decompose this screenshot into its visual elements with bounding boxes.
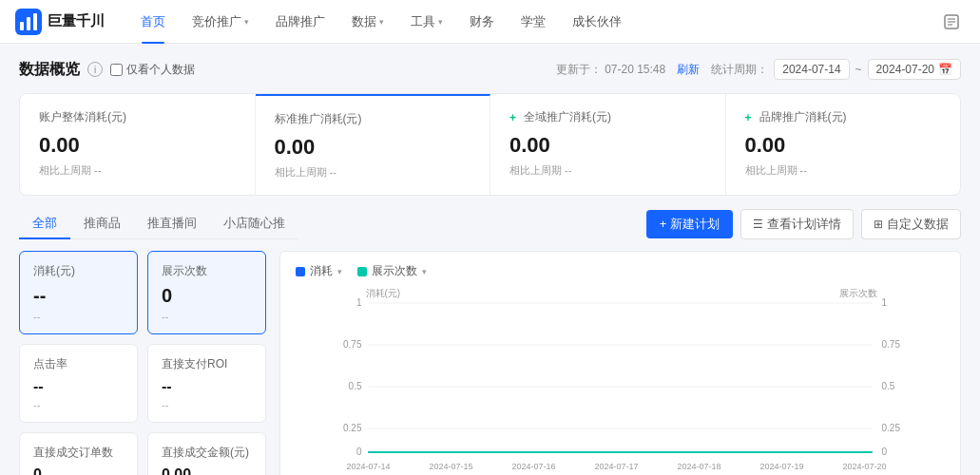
new-plan-button[interactable]: + 新建计划 — [646, 210, 733, 238]
metric-card-ctr: 点击率 -- -- — [19, 344, 138, 423]
metrics-panel: 消耗(元) -- -- 展示次数 0 -- 点击率 -- -- 直接支 — [19, 251, 266, 475]
svg-text:2024-07-16: 2024-07-16 — [511, 462, 555, 471]
summary-card-1: 标准推广消耗(元) 0.00 相比上周期 -- — [256, 94, 491, 195]
card-compare-2: 相比上周期 -- — [509, 163, 706, 178]
date-range: 统计周期： 2024-07-14 ~ 2024-07-20 📅 — [711, 59, 961, 80]
logo-icon — [15, 9, 42, 35]
personal-data-input[interactable] — [110, 64, 123, 76]
svg-text:0: 0 — [356, 446, 362, 457]
tab-live[interactable]: 推直播间 — [134, 209, 210, 239]
main-content: 数据概览 i 仅看个人数据 更新于： 07-20 15:48 刷新 统计周期： … — [0, 44, 980, 475]
svg-rect-3 — [33, 13, 37, 30]
card-label-0: 账户整体消耗(元) — [39, 109, 236, 125]
nav-item-data[interactable]: 数据 ▾ — [338, 0, 397, 44]
card-compare-1: 相比上周期 -- — [275, 165, 471, 180]
chevron-down-icon: ▾ — [244, 17, 249, 27]
svg-text:0: 0 — [882, 446, 888, 457]
summary-card-2: + 全域推广消耗(元) 0.00 相比上周期 -- — [490, 94, 726, 195]
tab-shop[interactable]: 小店随心推 — [210, 209, 298, 239]
nav-item-academy[interactable]: 学堂 — [508, 0, 559, 44]
metric-value-orders: 0 — [33, 466, 124, 475]
refresh-button[interactable]: 刷新 — [677, 62, 700, 78]
metric-label-spend: 消耗(元) — [33, 263, 124, 279]
info-icon[interactable]: i — [87, 62, 103, 77]
metric-card-orders: 直接成交订单数 0 -- — [19, 432, 138, 475]
metric-row-0: 消耗(元) -- -- 展示次数 0 -- — [19, 251, 266, 334]
legend-impressions[interactable]: 展示次数 ▾ — [357, 263, 427, 279]
card-label-3: + 品牌推广消耗(元) — [745, 109, 942, 125]
metric-label-orders: 直接成交订单数 — [33, 445, 124, 461]
metric-value-impressions: 0 — [162, 285, 252, 307]
nav-item-finance[interactable]: 财务 — [456, 0, 508, 44]
tab-all[interactable]: 全部 — [19, 209, 70, 239]
logo-text: 巨量千川 — [48, 12, 105, 30]
svg-text:2024-07-17: 2024-07-17 — [594, 462, 638, 471]
card-value-2: 0.00 — [509, 133, 706, 158]
page-title: 数据概览 — [19, 60, 80, 80]
svg-text:0.75: 0.75 — [343, 339, 362, 350]
metric-label-impressions: 展示次数 — [162, 263, 252, 279]
metric-card-roi: 直接支付ROI -- -- — [147, 344, 266, 423]
date-start-picker[interactable]: 2024-07-14 — [774, 59, 849, 80]
metric-card-spend: 消耗(元) -- -- — [19, 251, 138, 334]
metric-row-1: 点击率 -- -- 直接支付ROI -- -- — [19, 344, 266, 423]
card-label-1: 标准推广消耗(元) — [275, 111, 471, 127]
legend-spend[interactable]: 消耗 ▾ — [296, 263, 342, 279]
chart-legend: 消耗 ▾ 展示次数 ▾ — [296, 263, 945, 279]
tabs: 全部 推商品 推直播间 小店随心推 — [19, 209, 298, 239]
page-meta: 更新于： 07-20 15:48 刷新 统计周期： 2024-07-14 ~ 2… — [556, 59, 961, 80]
content-area: 消耗(元) -- -- 展示次数 0 -- 点击率 -- -- 直接支 — [19, 251, 961, 475]
nav-items: 首页 竞价推广 ▾ 品牌推广 数据 ▾ 工具 ▾ 财务 学堂 成长伙伴 — [127, 0, 938, 44]
metric-label-roi: 直接支付ROI — [162, 356, 252, 372]
nav-right — [938, 9, 965, 35]
nav-item-partner[interactable]: 成长伙伴 — [559, 0, 635, 44]
metric-label-revenue: 直接成交金额(元) — [162, 445, 252, 461]
chevron-down-icon: ▾ — [422, 267, 427, 276]
nav-item-tools[interactable]: 工具 ▾ — [397, 0, 456, 44]
metric-value-ctr: -- — [33, 378, 124, 395]
page-header: 数据概览 i 仅看个人数据 更新于： 07-20 15:48 刷新 统计周期： … — [19, 59, 961, 80]
logo: 巨量千川 — [15, 9, 105, 35]
svg-text:0.5: 0.5 — [349, 381, 362, 391]
metric-value-roi: -- — [162, 378, 252, 395]
metric-card-revenue: 直接成交金额(元) 0.00 -- — [147, 432, 266, 475]
svg-rect-1 — [20, 22, 24, 30]
view-plan-button[interactable]: ☰ 查看计划详情 — [740, 209, 854, 239]
tab-products[interactable]: 推商品 — [70, 209, 134, 239]
chevron-down-icon: ▾ — [438, 17, 443, 27]
notification-icon[interactable] — [938, 9, 965, 35]
chart-svg: 1 0.75 0.5 0.25 0 1 0.75 0.5 0.25 0 消耗(元… — [296, 289, 945, 475]
tabs-row: 全部 推商品 推直播间 小店随心推 + 新建计划 ☰ 查看计划详情 ⊞ 自定义数… — [19, 209, 961, 239]
svg-rect-2 — [27, 17, 30, 30]
svg-text:2024-07-20: 2024-07-20 — [842, 462, 886, 471]
nav-item-brand[interactable]: 品牌推广 — [262, 0, 338, 44]
svg-text:2024-07-15: 2024-07-15 — [429, 462, 472, 471]
card-compare-3: 相比上周期 -- — [745, 163, 942, 178]
metric-compare-impressions: -- — [162, 311, 252, 322]
topnav: 巨量千川 首页 竞价推广 ▾ 品牌推广 数据 ▾ 工具 ▾ 财务 学堂 成长伙伴 — [0, 0, 980, 44]
chart-svg-wrap: 1 0.75 0.5 0.25 0 1 0.75 0.5 0.25 0 消耗(元… — [296, 289, 945, 475]
actions: + 新建计划 ☰ 查看计划详情 ⊞ 自定义数据 — [646, 209, 961, 239]
svg-text:1: 1 — [356, 297, 362, 308]
metric-label-ctr: 点击率 — [33, 356, 124, 372]
chart-panel: 消耗 ▾ 展示次数 ▾ 1 0.75 0.5 0.25 0 — [279, 251, 961, 475]
svg-text:展示次数: 展示次数 — [839, 289, 877, 298]
summary-card-0: 账户整体消耗(元) 0.00 相比上周期 -- — [20, 94, 256, 195]
svg-text:消耗(元): 消耗(元) — [366, 289, 401, 298]
metric-value-spend: -- — [33, 285, 124, 307]
date-end-picker[interactable]: 2024-07-20 📅 — [868, 59, 961, 80]
svg-text:0.75: 0.75 — [882, 339, 901, 350]
metric-compare-ctr: -- — [33, 399, 124, 410]
personal-data-checkbox[interactable]: 仅看个人数据 — [110, 62, 195, 78]
card-value-1: 0.00 — [275, 135, 471, 160]
nav-item-bidding[interactable]: 竞价推广 ▾ — [179, 0, 262, 44]
card-value-3: 0.00 — [745, 133, 942, 158]
page-title-area: 数据概览 i 仅看个人数据 — [19, 60, 195, 80]
svg-text:2024-07-18: 2024-07-18 — [677, 462, 721, 471]
custom-data-button[interactable]: ⊞ 自定义数据 — [861, 209, 961, 239]
svg-text:2024-07-14: 2024-07-14 — [346, 462, 390, 471]
summary-card-3: + 品牌推广消耗(元) 0.00 相比上周期 -- — [726, 94, 961, 195]
calendar-icon: 📅 — [938, 63, 952, 76]
chevron-down-icon: ▾ — [337, 267, 342, 276]
nav-item-home[interactable]: 首页 — [127, 0, 179, 44]
